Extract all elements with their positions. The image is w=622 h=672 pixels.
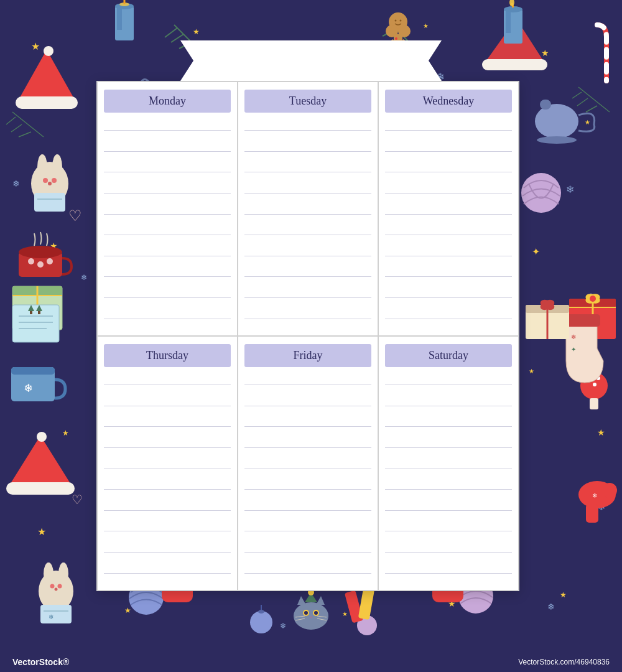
svg-line-43 — [577, 98, 588, 106]
svg-text:★: ★ — [37, 526, 46, 537]
svg-text:★: ★ — [31, 41, 40, 52]
svg-rect-68 — [569, 299, 616, 307]
svg-marker-48 — [9, 436, 72, 485]
rule-line — [385, 151, 512, 152]
day-label-monday: Monday — [104, 90, 231, 113]
svg-point-79 — [19, 246, 62, 258]
rule-line — [244, 130, 371, 131]
svg-point-95 — [52, 178, 57, 183]
svg-marker-51 — [485, 19, 544, 62]
svg-text:❄: ❄ — [49, 614, 53, 620]
svg-text:❄: ❄ — [597, 502, 605, 512]
svg-point-62 — [509, 0, 514, 6]
rule-line — [244, 573, 371, 574]
svg-line-42 — [572, 92, 582, 98]
svg-rect-90 — [38, 311, 40, 314]
svg-text:★: ★ — [585, 119, 590, 126]
rule-line — [244, 531, 371, 531]
rule-line — [104, 426, 231, 427]
svg-rect-75 — [11, 367, 55, 375]
svg-point-172 — [58, 584, 62, 589]
day-cell-wednesday[interactable]: Wednesday — [378, 82, 519, 336]
rule-line — [385, 531, 512, 531]
svg-point-158 — [386, 25, 398, 37]
svg-rect-180 — [526, 305, 569, 339]
rule-line — [104, 469, 231, 469]
rule-line — [385, 426, 512, 427]
svg-point-101 — [596, 376, 600, 380]
rule-line — [104, 489, 231, 490]
rule-line — [244, 297, 371, 298]
svg-marker-45 — [19, 50, 75, 100]
rule-line — [104, 235, 231, 235]
svg-point-91 — [31, 162, 68, 205]
svg-point-80 — [28, 258, 34, 264]
rule-line — [244, 319, 371, 319]
svg-point-60 — [504, 6, 522, 12]
svg-rect-177 — [345, 590, 363, 623]
svg-point-135 — [314, 611, 318, 615]
rule-line — [244, 256, 371, 256]
svg-rect-58 — [504, 9, 522, 44]
planner-card: MondayTuesdayWednesdayThursdayFridaySatu… — [96, 81, 519, 591]
rule-line — [385, 469, 512, 469]
day-cell-friday[interactable]: Friday — [238, 336, 378, 590]
svg-text:★: ★ — [193, 27, 200, 36]
svg-rect-78 — [19, 252, 62, 277]
day-cell-thursday[interactable]: Thursday — [97, 336, 238, 590]
rule-line — [104, 193, 231, 194]
svg-rect-178 — [358, 587, 374, 620]
svg-point-77 — [19, 252, 62, 264]
svg-point-108 — [258, 610, 264, 614]
svg-point-184 — [539, 298, 556, 312]
svg-point-173 — [55, 588, 58, 591]
svg-rect-64 — [12, 286, 62, 296]
svg-point-104 — [521, 173, 561, 213]
rule-line — [104, 385, 231, 385]
svg-text:★: ★ — [560, 590, 567, 599]
rule-line — [244, 469, 371, 469]
svg-point-133 — [313, 610, 319, 616]
svg-point-73 — [590, 296, 596, 302]
svg-point-50 — [37, 432, 47, 442]
svg-rect-49 — [6, 482, 75, 495]
day-lines-saturday — [379, 372, 518, 590]
svg-point-168 — [39, 571, 73, 612]
svg-rect-63 — [12, 286, 62, 330]
rule-line — [385, 214, 512, 215]
day-label-saturday: Saturday — [385, 344, 512, 367]
svg-rect-67 — [569, 299, 616, 339]
svg-line-39 — [11, 124, 22, 132]
svg-point-55 — [115, 3, 134, 9]
rule-line — [244, 235, 371, 235]
day-lines-monday — [98, 118, 237, 335]
svg-rect-174 — [40, 605, 72, 623]
svg-rect-143 — [563, 314, 600, 327]
rule-line — [104, 531, 231, 531]
rule-line — [385, 297, 512, 298]
day-cell-saturday[interactable]: Saturday — [378, 336, 519, 590]
svg-point-110 — [357, 615, 377, 635]
background: ★ ★ ★ ★ ★ ★ ★ ★ ★ ★ ★ ★ ★ ★ ✦ ✦ ✦ ✦ ✦ ❄ … — [0, 0, 622, 672]
svg-text:✦: ✦ — [532, 246, 540, 257]
svg-text:♡: ♡ — [68, 208, 82, 224]
svg-text:★: ★ — [50, 241, 58, 251]
svg-line-41 — [578, 87, 610, 112]
day-cell-monday[interactable]: Monday — [97, 82, 238, 336]
svg-rect-83 — [12, 305, 59, 342]
rule-line — [244, 447, 371, 448]
rule-line — [244, 552, 371, 553]
svg-marker-136 — [310, 617, 312, 618]
svg-line-40 — [19, 132, 31, 137]
svg-rect-54 — [117, 8, 122, 30]
svg-text:❄: ❄ — [571, 334, 576, 340]
svg-text:❄: ❄ — [588, 292, 594, 301]
rule-line — [385, 256, 512, 256]
svg-rect-53 — [115, 6, 134, 40]
rule-line — [385, 276, 512, 277]
svg-text:❄: ❄ — [547, 602, 555, 612]
svg-marker-130 — [297, 596, 306, 605]
svg-text:❄: ❄ — [62, 596, 70, 605]
day-cell-tuesday[interactable]: Tuesday — [238, 82, 378, 336]
day-label-wednesday: Wednesday — [385, 90, 512, 113]
